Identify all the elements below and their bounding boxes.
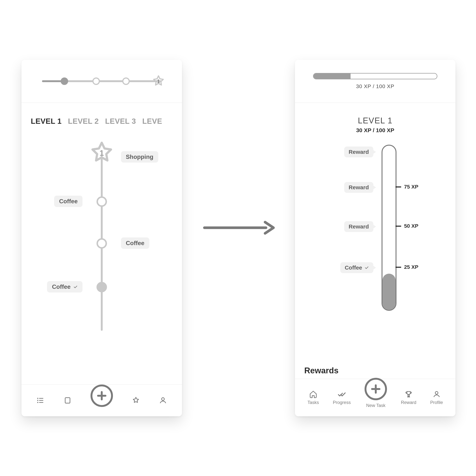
xp-caption: 30 XP / 100 XP [356,84,394,89]
step-goal-star-label: 1 [157,78,160,84]
step-dot-1[interactable] [61,77,68,85]
reward-pill-label: Reward [349,223,369,230]
star-outline-icon [132,396,140,405]
tabbar-reward[interactable]: Reward [401,390,416,405]
home-icon [309,390,317,398]
reward-pill-25-done[interactable]: Coffee [340,262,373,273]
tick-mark [395,187,401,187]
step-dot-3[interactable] [122,77,130,85]
xp-tick-25: 25 XP [395,264,418,270]
reward-pill-label: Coffee [126,240,144,247]
xp-progress-fill [314,74,351,79]
pill-arrow-icon [373,225,376,228]
reward-pill-shopping[interactable]: Shopping [121,151,158,163]
xp-tube-fill [382,274,395,310]
tab-level-4[interactable]: LEVE [142,117,162,125]
reward-path: 1 Shopping Coffee Coffee Coffee [21,137,182,353]
reward-pill-coffee-1[interactable]: Coffee [54,196,83,207]
path-goal-star-label: 1 [100,149,104,157]
flow-arrow-icon [203,219,275,236]
bottom-tabbar: Tasks Progress New Task Reward [295,379,456,416]
user-icon [432,390,441,398]
rewards-section-heading: Rewards [304,366,339,375]
tick-label: 50 XP [404,223,418,229]
reward-pill-label: Coffee [345,265,362,271]
reward-pill-label: Reward [349,149,369,155]
xp-tick-75: 75 XP [395,184,418,190]
check-icon [364,265,369,270]
path-node-3[interactable] [97,282,107,292]
tabbar-tasks[interactable]: Tasks [307,390,319,405]
tabbar-new-task-fab[interactable] [90,385,113,407]
plus-icon [96,390,107,401]
tabbar-profile[interactable]: Profile [430,390,443,405]
reward-pill-label: Coffee [52,283,70,290]
svg-point-7 [161,398,164,400]
svg-rect-3 [39,400,43,401]
tabbar-new-task[interactable]: New Task [365,387,387,408]
reward-pill-100[interactable]: Reward [344,147,373,157]
tabbar-label: New Task [366,403,386,408]
xp-tick-50: 50 XP [395,223,418,229]
header-progress-strip: 1 [21,60,182,103]
tabbar-label: Profile [430,400,443,405]
book-icon [64,396,72,405]
svg-rect-5 [39,402,43,403]
tabbar-progress[interactable]: Progress [333,390,351,405]
path-node-1[interactable] [97,196,107,207]
reward-pill-label: Reward [349,184,369,191]
path-goal-star: 1 [89,140,115,166]
tabbar-reward[interactable] [132,396,140,405]
reward-pill-label: Shopping [126,153,153,160]
tabbar-label: Tasks [307,400,319,405]
tab-level-2[interactable]: LEVEL 2 [68,117,99,125]
xp-tube-area: 75 XP 50 XP 25 XP Reward Reward Reward C… [295,141,456,320]
plus-icon [370,383,381,395]
svg-point-0 [37,398,38,399]
step-goal-star: 1 [152,74,165,88]
pill-arrow-icon [373,186,376,189]
svg-rect-1 [39,398,43,399]
tabbar-progress[interactable] [64,396,72,405]
tab-level-1[interactable]: LEVEL 1 [31,117,62,125]
tabbar-new-task-fab[interactable] [365,378,387,400]
tick-mark [395,226,401,227]
double-check-icon [338,390,346,398]
svg-point-4 [37,402,38,403]
trophy-icon [405,390,413,398]
svg-point-9 [435,391,438,394]
tabbar-label: Reward [401,400,416,405]
level-tabs: LEVEL 1 LEVEL 2 LEVEL 3 LEVE [21,103,182,125]
reward-pill-50[interactable]: Reward [344,221,373,232]
pill-arrow-icon [373,266,376,270]
step-dot-2[interactable] [92,77,100,85]
header-xp: 30 XP / 100 XP [295,60,456,103]
reward-pill-75[interactable]: Reward [344,182,373,193]
level-subtitle: 30 XP / 100 XP [295,127,456,134]
bottom-tabbar [21,384,182,416]
reward-pill-coffee-2[interactable]: Coffee [121,238,149,249]
check-icon [73,285,78,289]
svg-point-2 [37,400,38,401]
tabbar-tasks[interactable] [36,396,45,405]
level-heading: LEVEL 1 30 XP / 100 XP [295,116,456,134]
xp-tube [382,145,396,311]
list-icon [36,396,45,405]
level-step-strip: 1 [42,76,161,86]
screen-b: 30 XP / 100 XP LEVEL 1 30 XP / 100 XP 75… [295,60,456,416]
tabbar-profile[interactable] [159,396,167,405]
reward-pill-coffee-done[interactable]: Coffee [47,281,83,292]
tick-mark [395,267,401,268]
tabbar-label: Progress [333,400,351,405]
screen-a: 1 LEVEL 1 LEVEL 2 LEVEL 3 LEVE 1 Shoppin… [21,60,182,416]
user-icon [159,396,167,405]
tick-label: 75 XP [404,184,418,190]
level-title: LEVEL 1 [295,116,456,125]
path-node-2[interactable] [97,238,107,249]
xp-progress-bar [313,73,437,79]
pill-arrow-icon [373,150,376,154]
svg-rect-6 [65,398,70,403]
tick-label: 25 XP [404,264,418,270]
tab-level-3[interactable]: LEVEL 3 [105,117,136,125]
reward-pill-label: Coffee [59,198,78,205]
